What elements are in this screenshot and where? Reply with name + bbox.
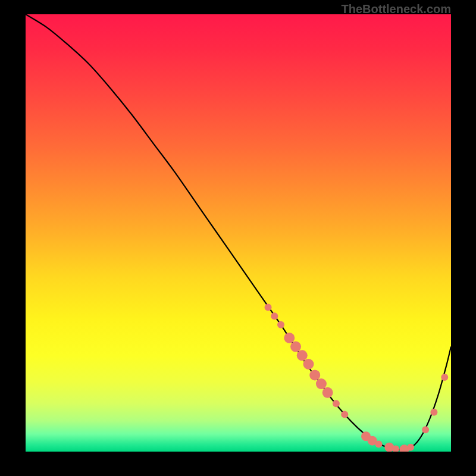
data-point-marker <box>277 321 284 328</box>
data-point-markers <box>265 303 449 452</box>
data-point-marker <box>297 350 308 361</box>
data-point-marker <box>303 359 314 369</box>
data-point-marker <box>430 409 437 416</box>
data-point-marker <box>375 441 382 448</box>
data-point-marker <box>341 411 348 418</box>
data-point-marker <box>284 333 295 343</box>
data-point-marker <box>333 400 340 407</box>
data-point-marker <box>441 374 448 381</box>
data-point-marker <box>407 444 414 451</box>
data-point-marker <box>422 426 429 433</box>
curve-svg <box>26 14 451 452</box>
data-point-marker <box>322 387 333 398</box>
data-point-marker <box>265 303 272 311</box>
chart-container: { "attribution": "TheBottleneck.com", "c… <box>0 0 476 476</box>
data-point-marker <box>309 369 320 380</box>
data-point-marker <box>316 378 327 389</box>
bottleneck-curve-line <box>26 14 451 450</box>
data-point-marker <box>290 342 301 352</box>
data-point-marker <box>271 312 278 320</box>
plot-area <box>26 14 451 452</box>
